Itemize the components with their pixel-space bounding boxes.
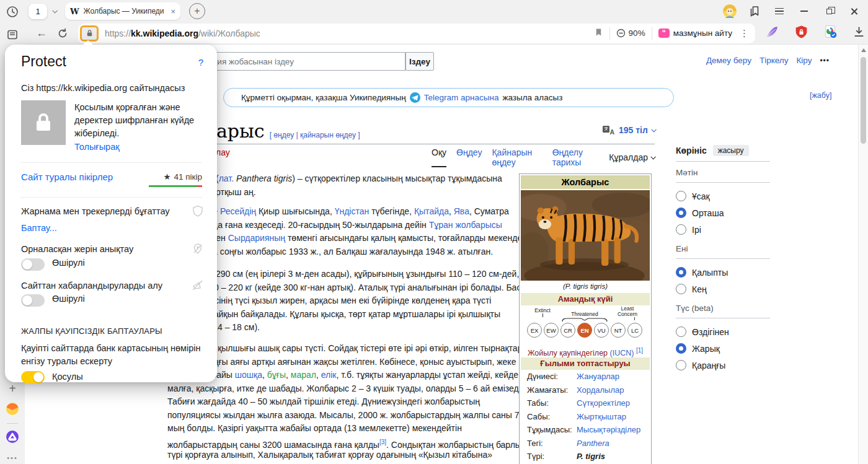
taxonomy-row: Табы:Сүтқоректілер xyxy=(521,396,650,410)
tab-history[interactable]: Өңделу тарихы xyxy=(552,147,600,167)
register-link[interactable]: Тіркелу xyxy=(760,56,789,65)
option-color-light[interactable]: Жарық xyxy=(676,340,770,357)
banner-close-link[interactable]: [жабу] xyxy=(810,91,831,100)
docs-extension-icon[interactable] xyxy=(823,25,838,42)
bank-warning-state: Қосулы xyxy=(52,372,83,382)
address-bar-menu-icon[interactable]: ⋮ xyxy=(740,28,749,39)
more-details-link[interactable]: Толығырақ xyxy=(74,142,120,152)
radio[interactable] xyxy=(676,208,686,218)
side-panels-icon[interactable] xyxy=(6,28,19,42)
protect-shield-icon[interactable] xyxy=(794,25,808,42)
profile-avatar[interactable] xyxy=(722,3,738,19)
yandex-services-icon[interactable] xyxy=(6,402,19,416)
location-toggle[interactable] xyxy=(21,258,45,271)
highlighter-pen-icon[interactable] xyxy=(765,25,779,42)
user-menu-dots-icon[interactable]: ••• xyxy=(820,56,830,65)
taxonomy-row: Жамағаты:Хордалылар xyxy=(521,383,650,397)
downloads-icon[interactable] xyxy=(852,25,866,41)
divider xyxy=(20,162,202,163)
reviews-count: 41 пікір xyxy=(174,172,203,182)
option-color-auto[interactable]: Өздігінен xyxy=(676,323,770,340)
radio[interactable] xyxy=(676,326,686,337)
text-size-label: Мәтін xyxy=(676,168,770,177)
notifications-toggle[interactable] xyxy=(21,294,45,307)
read-aloud-button[interactable]: “ мазмұнын айту xyxy=(658,28,732,38)
option-width-standard[interactable]: Қалыпты xyxy=(676,264,770,281)
appearance-hide-button[interactable]: жасыру xyxy=(713,145,749,156)
extension-icons xyxy=(765,25,866,42)
appearance-title: Көрініс xyxy=(676,146,707,155)
site-reviews-link[interactable]: Сайт туралы пікірлер xyxy=(21,172,113,182)
rating-bar xyxy=(149,185,202,187)
collections-icon[interactable] xyxy=(746,3,763,19)
option-color-dark[interactable]: Қараңғы xyxy=(676,357,770,374)
scrollbar-up-arrow[interactable] xyxy=(861,48,866,52)
rail-divider xyxy=(7,423,18,424)
option-text-small[interactable]: Ұсақ xyxy=(676,188,770,204)
help-link[interactable]: ? xyxy=(198,57,203,68)
zoom-control[interactable]: 90% xyxy=(616,28,645,38)
minimize-icon[interactable] xyxy=(796,3,812,19)
bank-warning-label: Қауіпті сайттарда банк картасының нөмірі… xyxy=(21,342,202,368)
article-line: Қазіргі кезде Ресейдің Қиыр шығысында, Ү… xyxy=(167,205,509,219)
restore-window-icon[interactable] xyxy=(821,3,837,19)
bank-warning-toggle[interactable] xyxy=(21,371,45,383)
browser-window: + ••• 1 W Жолбарыс — Уикипеди × + xyxy=(0,0,868,464)
article-line: жолбарыстардың саны 3200 шамасында ғана … xyxy=(167,436,525,449)
site-lock-icon[interactable] xyxy=(80,25,99,42)
page-scrollbar[interactable] xyxy=(858,45,868,464)
zoom-out-icon xyxy=(616,28,626,38)
url-text[interactable]: https://kk.wikipedia.org/wiki/Жолбарыс xyxy=(105,28,594,38)
color-label: Түс (beta) xyxy=(676,304,770,313)
option-width-wide[interactable]: Кең xyxy=(676,281,770,297)
alice-assistant-icon[interactable] xyxy=(6,430,19,444)
donate-link[interactable]: Демеу беру xyxy=(706,56,751,65)
menu-icon[interactable] xyxy=(771,3,787,19)
rail-add-icon[interactable]: + xyxy=(6,382,19,395)
reload-button[interactable] xyxy=(52,28,73,39)
bookmark-icon[interactable] xyxy=(594,27,603,40)
iucn-status-line[interactable]: Жойылу қаупіндегілер (IUCN) [1] xyxy=(521,345,650,356)
back-button[interactable]: ← xyxy=(31,27,52,40)
language-count: 195 тіл xyxy=(619,125,648,135)
tab-list-chevron-icon[interactable] xyxy=(52,8,57,13)
address-bar[interactable]: https://kk.wikipedia.org/wiki/Жолбарыс 9… xyxy=(78,24,755,43)
radio[interactable] xyxy=(676,343,686,354)
url-path: /wiki/Жолбарыс xyxy=(198,28,260,38)
radio[interactable] xyxy=(676,191,686,201)
radio[interactable] xyxy=(676,224,686,235)
login-link[interactable]: Кіру xyxy=(796,56,812,65)
article-line: салмағы 180 – 220 кг (кейде 300 кг-нан а… xyxy=(167,281,527,295)
rail-more-icon[interactable]: ••• xyxy=(6,451,19,464)
site-rating[interactable]: ★ 41 пікір xyxy=(163,172,202,182)
article-line: Амудария мен Сырдарияның төменгі ағысынд… xyxy=(167,232,537,245)
article-body: Жолбарыс (лат. Panthera tigris) – сүтқор… xyxy=(167,45,518,464)
tab-title: Жолбарыс — Уикипеди xyxy=(84,7,169,15)
iucn-circle-cr: CR xyxy=(560,323,575,338)
taxonomy-row: Тегі:Panthera xyxy=(521,437,650,450)
article-line: Табиғи жағдайда 40 – 50 жылдай тіршілік … xyxy=(167,395,480,409)
taxonomy-row: Сабы:Жыртқыштар xyxy=(521,410,650,424)
tab-counter-button[interactable]: 1 xyxy=(29,4,47,19)
quote-icon: “ xyxy=(658,28,670,38)
iucn-circle-vu: VU xyxy=(594,323,609,338)
new-tab-button[interactable]: + xyxy=(189,3,205,19)
radio[interactable] xyxy=(676,360,686,370)
history-icon[interactable] xyxy=(6,5,19,19)
image-caption: (P. tigris tigris) xyxy=(521,281,650,292)
article-line: жолақтары айқын байқалады. Құлағы қысқа,… xyxy=(167,308,500,322)
option-text-standard[interactable]: Орташа xyxy=(676,204,770,221)
radio[interactable] xyxy=(676,267,686,278)
adblock-configure-link[interactable]: Баптау... xyxy=(21,223,57,233)
connection-lock-tile xyxy=(21,100,66,145)
radio[interactable] xyxy=(676,284,686,294)
tab-close-icon[interactable]: × xyxy=(170,7,175,16)
tab-tools[interactable]: Құралдар xyxy=(609,147,655,167)
scrollbar-thumb[interactable] xyxy=(861,57,866,144)
language-selector[interactable]: A 195 тіл xyxy=(603,125,655,135)
browser-toolbar: ← https://kk.wikipedia.org/wiki/Жолбарыс… xyxy=(25,22,868,45)
close-window-icon[interactable] xyxy=(846,3,862,19)
active-tab[interactable]: W Жолбарыс — Уикипеди × xyxy=(65,2,180,20)
tiger-photo[interactable] xyxy=(521,190,650,281)
option-text-large[interactable]: Ірі xyxy=(676,221,770,238)
